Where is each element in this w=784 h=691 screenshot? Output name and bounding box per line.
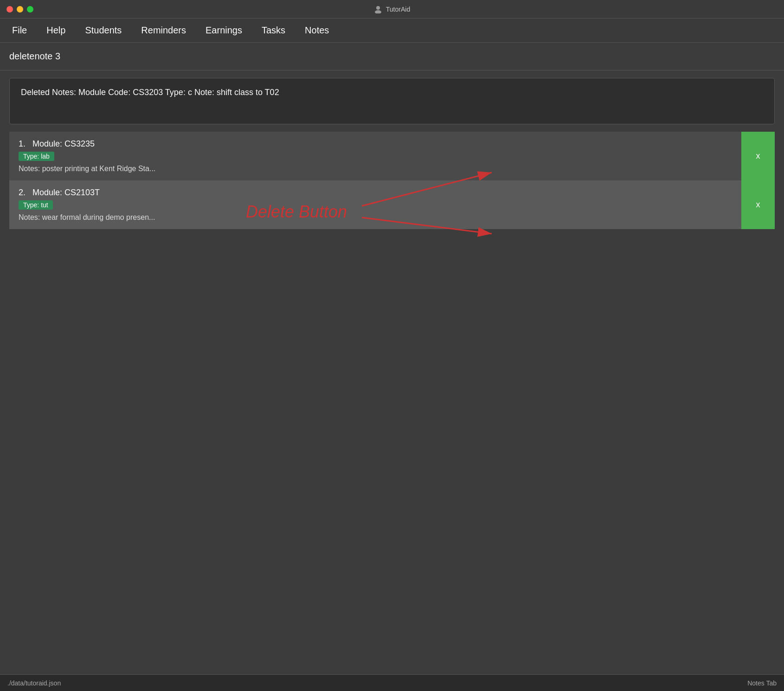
- note-module-2: Module: CS2103T: [32, 188, 100, 197]
- menu-item-help[interactable]: Help: [44, 23, 68, 38]
- app-title-text: TutorAid: [386, 6, 410, 13]
- menu-item-file[interactable]: File: [9, 23, 30, 38]
- menu-item-students[interactable]: Students: [82, 23, 124, 38]
- svg-point-1: [375, 10, 381, 13]
- menu-item-reminders[interactable]: Reminders: [138, 23, 189, 38]
- note-item-2: 2. Module: CS2103T Type: tut Notes: wear…: [9, 180, 775, 229]
- note-content-2: 2. Module: CS2103T Type: tut Notes: wear…: [9, 180, 741, 229]
- delete-button-1[interactable]: x: [741, 132, 775, 180]
- note-module-1: Module: CS3235: [32, 139, 95, 148]
- notes-wrapper: 1. Module: CS3235 Type: lab Notes: poste…: [0, 132, 784, 229]
- minimize-button[interactable]: [17, 6, 23, 13]
- note-title-2: 2. Module: CS2103T: [19, 188, 732, 198]
- command-bar: deletenote 3: [0, 43, 784, 70]
- output-text: Deleted Notes: Module Code: CS3203 Type:…: [21, 88, 279, 97]
- status-right: Notes Tab: [747, 679, 777, 687]
- app-icon: [374, 5, 382, 13]
- note-text-2: Notes: wear formal during demo presen...: [19, 213, 732, 222]
- maximize-button[interactable]: [27, 6, 33, 13]
- menu-item-tasks[interactable]: Tasks: [259, 23, 288, 38]
- command-text: deletenote 3: [9, 51, 60, 62]
- menu-item-earnings[interactable]: Earnings: [203, 23, 245, 38]
- note-text-1: Notes: poster printing at Kent Ridge Sta…: [19, 165, 732, 173]
- window-controls: [6, 6, 33, 13]
- menu-item-notes[interactable]: Notes: [302, 23, 332, 38]
- output-box: Deleted Notes: Module Code: CS3203 Type:…: [9, 78, 775, 124]
- title-bar: TutorAid: [0, 0, 784, 19]
- notes-list: 1. Module: CS3235 Type: lab Notes: poste…: [9, 132, 775, 229]
- note-content-1: 1. Module: CS3235 Type: lab Notes: poste…: [9, 132, 741, 180]
- note-title-1: 1. Module: CS3235: [19, 139, 732, 149]
- menu-bar: File Help Students Reminders Earnings Ta…: [0, 19, 784, 43]
- delete-button-2[interactable]: x: [741, 180, 775, 229]
- note-item-1: 1. Module: CS3235 Type: lab Notes: poste…: [9, 132, 775, 180]
- note-type-badge-1: Type: lab: [19, 152, 54, 161]
- close-button[interactable]: [6, 6, 13, 13]
- note-number-2: 2.: [19, 188, 26, 197]
- status-bar: ./data/tutoraid.json Notes Tab: [0, 674, 784, 691]
- note-type-badge-2: Type: tut: [19, 200, 53, 210]
- status-left: ./data/tutoraid.json: [7, 679, 61, 687]
- note-number-1: 1.: [19, 139, 26, 148]
- svg-point-0: [376, 6, 380, 10]
- app-title: TutorAid: [374, 5, 410, 13]
